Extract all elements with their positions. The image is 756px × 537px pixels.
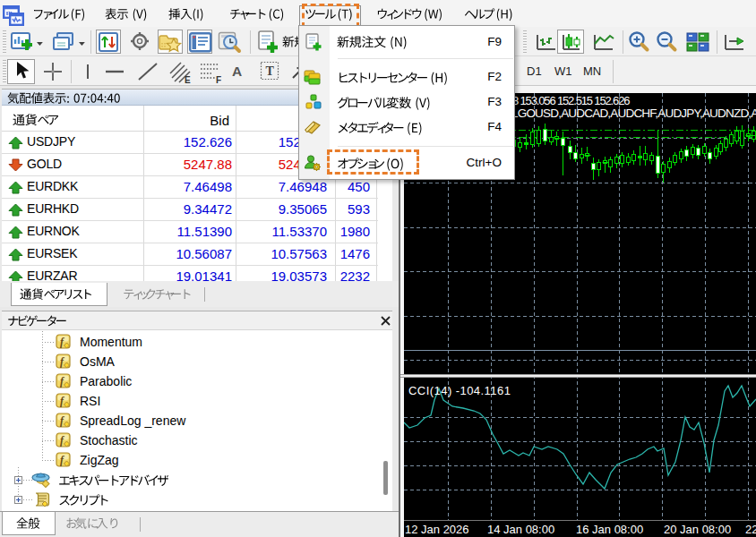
svg-text:F: F — [216, 75, 221, 84]
svg-text:T: T — [266, 64, 275, 78]
svg-text:E: E — [185, 75, 191, 84]
